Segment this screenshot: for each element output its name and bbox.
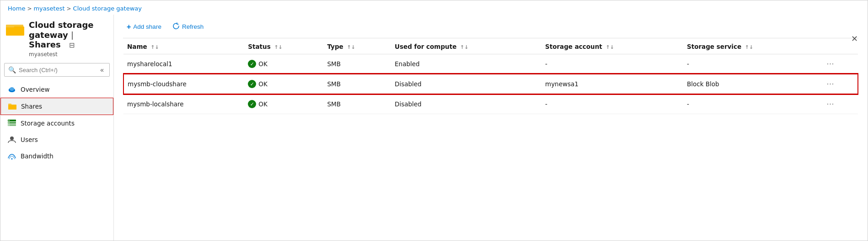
sidebar-item-users-label: Users <box>21 136 38 143</box>
bandwidth-icon <box>8 152 16 160</box>
search-icon: 🔍 <box>8 66 16 73</box>
sidebar: Cloud storage gateway | Shares ⊟ myasete… <box>0 15 114 241</box>
col-storage-service: Storage service ↑↓ <box>683 38 820 54</box>
col-used-for-compute: Used for compute ↑↓ <box>391 38 541 54</box>
breadcrumb-home[interactable]: Home <box>8 5 25 12</box>
ok-check-icon: ✓ <box>248 80 256 88</box>
sidebar-title-block: Cloud storage gateway | Shares ⊟ myasete… <box>29 20 108 58</box>
cell-storage-account: - <box>541 54 683 74</box>
storage-accounts-icon <box>8 119 16 127</box>
cell-status: ✓ OK <box>244 74 323 94</box>
add-share-button[interactable]: + Add share <box>123 21 165 33</box>
breadcrumb: Home > myasetest > Cloud storage gateway <box>0 0 868 15</box>
sidebar-item-users[interactable]: Users <box>0 131 113 148</box>
shares-table: Name ↑↓ Status ↑↓ Type ↑↓ <box>123 38 858 114</box>
svg-point-7 <box>10 87 14 91</box>
svg-rect-14 <box>8 122 10 123</box>
svg-rect-3 <box>6 26 14 27</box>
add-share-label: Add share <box>133 23 161 30</box>
plus-icon: + <box>127 23 131 31</box>
row-menu-btn[interactable]: ··· <box>824 59 837 69</box>
table-row[interactable]: mysmb-localshare ✓ OK SMBDisabled--··· <box>123 94 858 114</box>
search-bar: 🔍 « <box>4 63 110 77</box>
breadcrumb-current: Cloud storage gateway <box>73 5 142 12</box>
cell-storage-service: - <box>683 54 820 74</box>
sidebar-item-shares[interactable]: Shares <box>0 98 113 115</box>
compute-sort-icon[interactable]: ↑↓ <box>460 44 468 50</box>
nav-items: Overview Shares <box>0 81 113 241</box>
breadcrumb-sep-1: > <box>27 5 32 12</box>
cell-status: ✓ OK <box>244 94 323 114</box>
col-status: Status ↑↓ <box>244 38 323 54</box>
cell-used-for-compute: Disabled <box>391 74 541 94</box>
table-header-row: Name ↑↓ Status ↑↓ Type ↑↓ <box>123 38 858 54</box>
content-area: + Add share Refresh <box>114 15 868 241</box>
folder-nav-icon <box>8 102 16 110</box>
refresh-button[interactable]: Refresh <box>169 20 207 33</box>
status-sort-icon[interactable]: ↑↓ <box>274 44 282 50</box>
cloud-icon <box>8 85 16 94</box>
table-row[interactable]: mysharelocal1 ✓ OK SMBEnabled--··· <box>123 54 858 74</box>
sidebar-item-bandwidth[interactable]: Bandwidth <box>0 148 113 164</box>
svg-rect-13 <box>8 120 10 121</box>
sidebar-header: Cloud storage gateway | Shares ⊟ myasete… <box>0 15 113 61</box>
cell-type: SMB <box>324 74 391 94</box>
name-sort-icon[interactable]: ↑↓ <box>150 44 159 50</box>
status-text: OK <box>258 60 267 68</box>
status-ok: ✓ OK <box>248 60 320 68</box>
svg-point-16 <box>10 136 14 140</box>
sidebar-page-title: Cloud storage gateway | Shares ⊟ <box>29 20 108 50</box>
shares-table-wrapper: Name ↑↓ Status ↑↓ Type ↑↓ <box>123 38 858 241</box>
svg-rect-8 <box>8 105 16 110</box>
status-text: OK <box>258 80 267 88</box>
sidebar-item-overview-label: Overview <box>21 86 50 93</box>
table-row[interactable]: mysmb-cloudshare ✓ OK SMBDisabledmynewsa… <box>123 74 858 94</box>
cell-name: mysharelocal1 <box>123 54 244 74</box>
sidebar-item-overview[interactable]: Overview <box>0 81 113 98</box>
close-button[interactable]: ✕ <box>848 32 861 46</box>
status-text: OK <box>258 100 267 108</box>
cell-name: mysmb-localshare <box>123 94 244 114</box>
sidebar-item-storage-accounts-label: Storage accounts <box>21 120 75 127</box>
cell-name: mysmb-cloudshare <box>123 74 244 94</box>
status-ok: ✓ OK <box>248 80 320 88</box>
col-type: Type ↑↓ <box>324 38 391 54</box>
status-ok: ✓ OK <box>248 100 320 108</box>
cell-used-for-compute: Disabled <box>391 94 541 114</box>
refresh-label: Refresh <box>182 23 204 30</box>
cell-storage-service: - <box>683 94 820 114</box>
sidebar-header-area: Cloud storage gateway | Shares ⊟ myasete… <box>0 15 113 61</box>
sidebar-item-storage-accounts[interactable]: Storage accounts <box>0 115 113 131</box>
cell-storage-account: - <box>541 94 683 114</box>
folder-icon <box>6 21 24 37</box>
cell-storage-account: mynewsa1 <box>541 74 683 94</box>
row-menu-btn[interactable]: ··· <box>824 79 837 89</box>
refresh-icon <box>172 22 180 31</box>
storage-account-sort-icon[interactable]: ↑↓ <box>606 44 614 50</box>
storage-service-sort-icon[interactable]: ↑↓ <box>745 44 753 50</box>
col-name: Name ↑↓ <box>123 38 244 54</box>
ok-check-icon: ✓ <box>248 100 256 108</box>
cell-actions: ··· <box>820 54 858 74</box>
breadcrumb-myasetest[interactable]: myasetest <box>33 5 64 12</box>
sidebar-item-bandwidth-label: Bandwidth <box>21 152 54 160</box>
cell-actions: ··· <box>820 94 858 114</box>
search-input[interactable] <box>19 67 96 73</box>
cell-used-for-compute: Enabled <box>391 54 541 74</box>
breadcrumb-sep-2: > <box>67 5 71 12</box>
type-sort-icon[interactable]: ↑↓ <box>347 44 355 50</box>
svg-rect-2 <box>6 26 24 36</box>
collapse-sidebar-btn[interactable]: « <box>98 65 106 74</box>
users-icon <box>8 136 16 144</box>
print-icon-btn[interactable]: ⊟ <box>67 40 77 50</box>
ok-check-icon: ✓ <box>248 60 256 68</box>
row-menu-btn[interactable]: ··· <box>824 99 837 109</box>
sidebar-item-shares-label: Shares <box>21 103 42 110</box>
main-window: Home > myasetest > Cloud storage gateway <box>0 0 868 241</box>
cell-type: SMB <box>324 54 391 74</box>
cell-type: SMB <box>324 94 391 114</box>
main-layout: Cloud storage gateway | Shares ⊟ myasete… <box>0 15 868 241</box>
sidebar-subtitle: myasetest <box>29 51 108 58</box>
cell-status: ✓ OK <box>244 54 323 74</box>
col-storage-account: Storage account ↑↓ <box>541 38 683 54</box>
